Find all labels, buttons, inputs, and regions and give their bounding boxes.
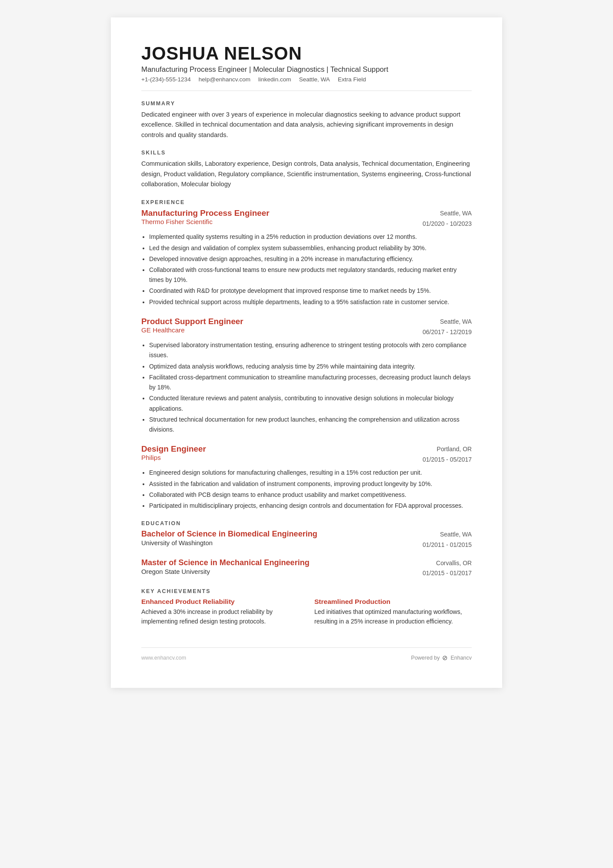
job-company-2: GE Healthcare xyxy=(141,326,243,334)
job-title-3: Design Engineer xyxy=(141,444,206,454)
edu-header-2: Master of Science in Mechanical Engineer… xyxy=(141,558,472,579)
job-entry-3: Design Engineer Philips Portland, OR 01/… xyxy=(141,444,472,511)
email: help@enhancv.com xyxy=(199,76,250,83)
skills-section: SKILLS Communication skills, Laboratory … xyxy=(141,150,472,190)
job-location-date-3: Portland, OR 01/2015 - 05/2017 xyxy=(411,444,472,465)
job-header-3: Design Engineer Philips Portland, OR 01/… xyxy=(141,444,472,465)
bullet: Assisted in the fabrication and validati… xyxy=(149,479,472,489)
bullet: Developed innovative design approaches, … xyxy=(149,254,472,264)
bullet: Engineered design solutions for manufact… xyxy=(149,468,472,478)
enhancv-icon: ⊘ xyxy=(442,654,448,662)
bullet: Supervised laboratory instrumentation te… xyxy=(149,340,472,360)
bullet: Led the design and validation of complex… xyxy=(149,243,472,253)
bullet: Structured technical documentation for n… xyxy=(149,415,472,435)
achievement-text-1: Achieved a 30% increase in product relia… xyxy=(141,607,299,627)
edu-entry-2: Master of Science in Mechanical Engineer… xyxy=(141,558,472,579)
edu-school-2: Oregon State University xyxy=(141,568,310,575)
bullet: Coordinated with R&D for prototype devel… xyxy=(149,286,472,296)
footer-website: www.enhancv.com xyxy=(141,655,186,661)
achievements-grid: Enhanced Product Reliability Achieved a … xyxy=(141,598,472,627)
job-location-3: Portland, OR xyxy=(411,444,472,455)
brand-name: Enhancv xyxy=(450,655,472,661)
achievement-text-2: Led initiatives that optimized manufactu… xyxy=(314,607,472,627)
education-section: EDUCATION Bachelor of Science in Biomedi… xyxy=(141,520,472,579)
extra-field: Extra Field xyxy=(338,76,366,83)
edu-location-date-2: Corvallis, OR 01/2015 - 01/2017 xyxy=(411,558,472,579)
job-company-3: Philips xyxy=(141,454,206,461)
job-title-1: Manufacturing Process Engineer xyxy=(141,208,270,218)
phone: +1-(234)-555-1234 xyxy=(141,76,191,83)
job-entry-2: Product Support Engineer GE Healthcare S… xyxy=(141,317,472,435)
job-dates-3: 01/2015 - 05/2017 xyxy=(411,455,472,465)
candidate-name: JOSHUA NELSON xyxy=(141,44,472,64)
bullet: Implemented quality systems resulting in… xyxy=(149,232,472,242)
edu-degree-2: Master of Science in Mechanical Engineer… xyxy=(141,558,310,567)
job-dates-1: 01/2020 - 10/2023 xyxy=(411,219,472,229)
achievement-2: Streamlined Production Led initiatives t… xyxy=(314,598,472,627)
edu-degree-1: Bachelor of Science in Biomedical Engine… xyxy=(141,530,317,539)
location: Seattle, WA xyxy=(299,76,330,83)
job-header-1: Manufacturing Process Engineer Thermo Fi… xyxy=(141,208,472,229)
achievements-label: KEY ACHIEVEMENTS xyxy=(141,588,472,594)
bullet: Collaborated with PCB design teams to en… xyxy=(149,490,472,500)
job-location-date-2: Seattle, WA 06/2017 - 12/2019 xyxy=(411,317,472,337)
experience-section: EXPERIENCE Manufacturing Process Enginee… xyxy=(141,199,472,511)
job-bullets-3: Engineered design solutions for manufact… xyxy=(141,468,472,511)
education-label: EDUCATION xyxy=(141,520,472,526)
skills-label: SKILLS xyxy=(141,150,472,156)
job-bullets-1: Implemented quality systems resulting in… xyxy=(141,232,472,307)
summary-text: Dedicated engineer with over 3 years of … xyxy=(141,110,472,141)
contact-info: +1-(234)-555-1234 help@enhancv.com linke… xyxy=(141,76,472,83)
bullet: Participated in multidisciplinary projec… xyxy=(149,501,472,511)
achievements-section: KEY ACHIEVEMENTS Enhanced Product Reliab… xyxy=(141,588,472,627)
skills-text: Communication skills, Laboratory experie… xyxy=(141,159,472,190)
bullet: Optimized data analysis workflows, reduc… xyxy=(149,362,472,372)
bullet: Facilitated cross-department communicati… xyxy=(149,372,472,392)
job-location-date-1: Seattle, WA 01/2020 - 10/2023 xyxy=(411,208,472,229)
job-location-1: Seattle, WA xyxy=(411,208,472,219)
powered-by-text: Powered by xyxy=(411,655,440,661)
bullet: Provided technical support across multip… xyxy=(149,297,472,307)
job-header-2: Product Support Engineer GE Healthcare S… xyxy=(141,317,472,337)
edu-entry-1: Bachelor of Science in Biomedical Engine… xyxy=(141,530,472,550)
job-entry-1: Manufacturing Process Engineer Thermo Fi… xyxy=(141,208,472,307)
header: JOSHUA NELSON Manufacturing Process Engi… xyxy=(141,44,472,83)
edu-dates-2: 01/2015 - 01/2017 xyxy=(411,568,472,579)
achievement-1: Enhanced Product Reliability Achieved a … xyxy=(141,598,299,627)
edu-school-1: University of Washington xyxy=(141,540,317,546)
edu-header-1: Bachelor of Science in Biomedical Engine… xyxy=(141,530,472,550)
summary-label: SUMMARY xyxy=(141,101,472,107)
bullet: Collaborated with cross-functional teams… xyxy=(149,265,472,285)
edu-dates-1: 01/2011 - 01/2015 xyxy=(411,540,472,550)
job-location-2: Seattle, WA xyxy=(411,317,472,327)
summary-section: SUMMARY Dedicated engineer with over 3 y… xyxy=(141,101,472,141)
resume-page: JOSHUA NELSON Manufacturing Process Engi… xyxy=(111,17,502,688)
footer-brand: Powered by ⊘ Enhancv xyxy=(411,654,472,662)
header-divider xyxy=(141,90,472,91)
edu-location-date-1: Seattle, WA 01/2011 - 01/2015 xyxy=(411,530,472,550)
job-bullets-2: Supervised laboratory instrumentation te… xyxy=(141,340,472,435)
job-company-1: Thermo Fisher Scientific xyxy=(141,218,270,225)
bullet: Conducted literature reviews and patent … xyxy=(149,393,472,413)
job-title-2: Product Support Engineer xyxy=(141,317,243,326)
achievement-title-1: Enhanced Product Reliability xyxy=(141,598,299,606)
edu-location-2: Corvallis, OR xyxy=(411,558,472,569)
footer: www.enhancv.com Powered by ⊘ Enhancv xyxy=(141,647,472,662)
experience-label: EXPERIENCE xyxy=(141,199,472,205)
edu-location-1: Seattle, WA xyxy=(411,530,472,540)
candidate-title: Manufacturing Process Engineer | Molecul… xyxy=(141,65,472,74)
achievement-title-2: Streamlined Production xyxy=(314,598,472,606)
linkedin: linkedin.com xyxy=(258,76,291,83)
job-dates-2: 06/2017 - 12/2019 xyxy=(411,327,472,338)
